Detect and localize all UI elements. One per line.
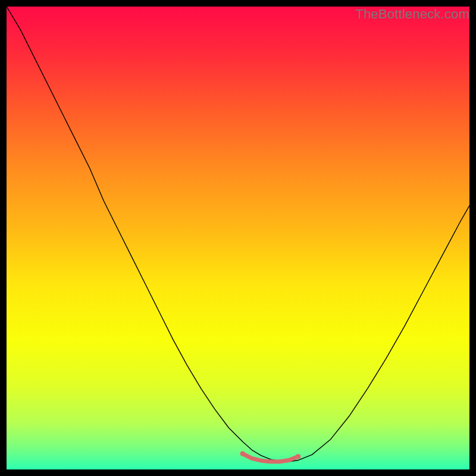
chart-background	[7, 7, 469, 469]
chart-svg	[7, 7, 469, 469]
series-flat-segment-endpoint	[240, 451, 245, 456]
series-flat-segment-endpoint	[296, 454, 301, 459]
watermark-text: TheBottleneck.com	[355, 7, 469, 22]
chart-frame: TheBottleneck.com	[7, 7, 469, 469]
